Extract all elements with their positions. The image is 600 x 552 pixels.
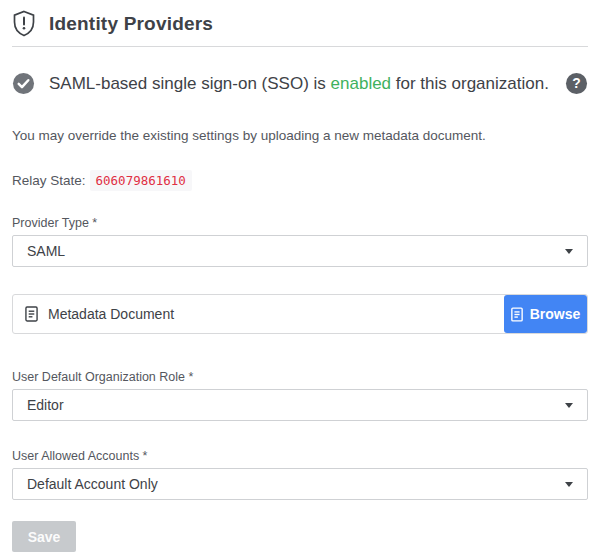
status-enabled-badge: enabled [331, 74, 392, 93]
allowed-accounts-label: User Allowed Accounts * [12, 449, 588, 463]
default-role-label: User Default Organization Role * [12, 370, 588, 384]
relay-state-value: 606079861610 [90, 170, 192, 191]
save-button[interactable]: Save [12, 521, 76, 552]
check-circle-icon [12, 72, 35, 95]
identity-providers-page: Identity Providers SAML-based single sig… [0, 0, 600, 552]
sso-status-text: SAML-based single sign-on (SSO) is enabl… [49, 74, 549, 94]
provider-type-field: Provider Type * SAML [12, 216, 588, 267]
browse-button-label: Browse [530, 306, 581, 322]
status-text-before: SAML-based single sign-on (SSO) is [49, 74, 331, 93]
status-text-after: for this organization. [391, 74, 549, 93]
allowed-accounts-select[interactable]: Default Account Only [12, 468, 588, 500]
metadata-document-label: Metadata Document [48, 306, 174, 322]
browse-button[interactable]: Browse [504, 295, 587, 333]
page-title: Identity Providers [49, 13, 213, 35]
chevron-down-icon [565, 403, 573, 408]
shield-exclamation-icon [12, 10, 36, 37]
relay-state-label: Relay State: [12, 173, 86, 188]
chevron-down-icon [565, 482, 573, 487]
sso-status-row: SAML-based single sign-on (SSO) is enabl… [12, 72, 588, 95]
allowed-accounts-value: Default Account Only [27, 476, 158, 492]
svg-text:?: ? [572, 75, 580, 91]
question-circle-icon[interactable]: ? [565, 72, 588, 95]
default-role-field: User Default Organization Role * Editor [12, 370, 588, 421]
provider-type-value: SAML [27, 243, 65, 259]
provider-type-select[interactable]: SAML [12, 235, 588, 267]
chevron-down-icon [565, 249, 573, 254]
document-icon [25, 306, 38, 322]
page-header: Identity Providers [12, 0, 588, 47]
metadata-document-upload[interactable]: Metadata Document Browse [12, 294, 588, 334]
allowed-accounts-field: User Allowed Accounts * Default Account … [12, 449, 588, 500]
default-role-value: Editor [27, 397, 64, 413]
override-description: You may override the existing settings b… [12, 128, 588, 143]
document-icon [511, 307, 523, 322]
default-role-select[interactable]: Editor [12, 389, 588, 421]
relay-state-row: Relay State:606079861610 [12, 173, 588, 188]
provider-type-label: Provider Type * [12, 216, 588, 230]
